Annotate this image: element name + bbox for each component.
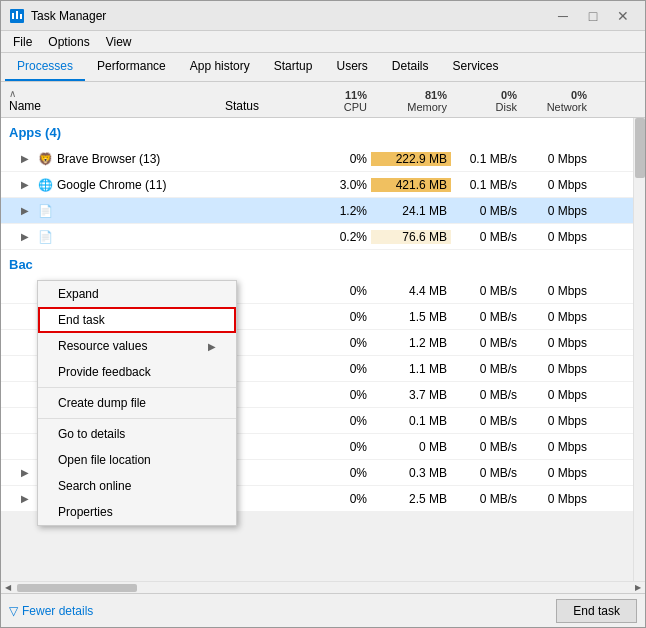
table-row[interactable]: ▶ 🌐 Google Chrome (11) 3.0% 421.6 MB 0.1… xyxy=(1,172,645,198)
col-cpu-header[interactable]: 11% CPU xyxy=(301,82,371,117)
row-disk: 0.1 MB/s xyxy=(451,152,521,166)
ctx-resource-values[interactable]: Resource values ▶ xyxy=(38,333,236,359)
scrollbar-thumb[interactable] xyxy=(635,118,645,178)
table-row[interactable]: ▶ 🦁 Brave Browser (13) 0% 222.9 MB 0.1 M… xyxy=(1,146,645,172)
expand-icon[interactable]: ▶ xyxy=(21,205,33,216)
horizontal-scrollbar[interactable]: ◀ ▶ xyxy=(1,581,645,593)
row-memory: 0.3 MB xyxy=(371,466,451,480)
row-disk: 0 MB/s xyxy=(451,492,521,506)
row-memory: 3.7 MB xyxy=(371,388,451,402)
ctx-properties[interactable]: Properties xyxy=(38,499,236,525)
row-disk: 0 MB/s xyxy=(451,310,521,324)
tab-users[interactable]: Users xyxy=(324,53,379,81)
row-network: 0 Mbps xyxy=(521,492,591,506)
row-cpu: 0% xyxy=(301,284,371,298)
tab-processes[interactable]: Processes xyxy=(5,53,85,81)
ctx-go-to-details[interactable]: Go to details xyxy=(38,421,236,447)
scroll-thumb[interactable] xyxy=(17,584,137,592)
row-network: 0 Mbps xyxy=(521,284,591,298)
scroll-left-button[interactable]: ◀ xyxy=(1,583,15,592)
tab-performance[interactable]: Performance xyxy=(85,53,178,81)
row-disk: 0 MB/s xyxy=(451,466,521,480)
fewer-details-button[interactable]: ▽ Fewer details xyxy=(9,604,93,618)
menu-options[interactable]: Options xyxy=(40,33,97,51)
row-disk: 0 MB/s xyxy=(451,204,521,218)
expand-icon[interactable]: ▶ xyxy=(21,467,33,478)
expand-icon[interactable]: ▶ xyxy=(21,231,33,242)
row-disk: 0.1 MB/s xyxy=(451,178,521,192)
col-memory-header[interactable]: 81% Memory xyxy=(371,82,451,117)
col-network-header[interactable]: 0% Network xyxy=(521,82,591,117)
expand-icon[interactable]: ▶ xyxy=(21,493,33,504)
scroll-track[interactable] xyxy=(15,583,631,593)
row-network: 0 Mbps xyxy=(521,414,591,428)
row-memory: 421.6 MB xyxy=(371,178,451,192)
close-button[interactable]: ✕ xyxy=(609,4,637,28)
ctx-divider xyxy=(38,387,236,388)
row-memory: 0 MB xyxy=(371,440,451,454)
status-bar: ▽ Fewer details End task xyxy=(1,593,645,627)
menu-file[interactable]: File xyxy=(5,33,40,51)
section-background-title: Bac xyxy=(1,257,33,272)
row-disk: 0 MB/s xyxy=(451,336,521,350)
row-cpu: 0% xyxy=(301,336,371,350)
tab-bar: Processes Performance App history Startu… xyxy=(1,53,645,82)
row-disk: 0 MB/s xyxy=(451,388,521,402)
svg-rect-2 xyxy=(16,11,18,19)
ctx-open-file-location[interactable]: Open file location xyxy=(38,447,236,473)
window-title: Task Manager xyxy=(31,9,549,23)
menu-view[interactable]: View xyxy=(98,33,140,51)
col-name-header[interactable]: ∧ Name xyxy=(1,82,221,117)
row-memory: 2.5 MB xyxy=(371,492,451,506)
row-memory: 1.1 MB xyxy=(371,362,451,376)
app-icon: 📄 xyxy=(37,229,53,245)
table-row[interactable]: ▶ 📄 0.2% 76.6 MB 0 MB/s 0 Mbps xyxy=(1,224,645,250)
ctx-provide-feedback[interactable]: Provide feedback xyxy=(38,359,236,385)
row-disk: 0 MB/s xyxy=(451,230,521,244)
tab-details[interactable]: Details xyxy=(380,53,441,81)
col-status-header[interactable]: Status xyxy=(221,82,301,117)
expand-icon[interactable]: ▶ xyxy=(21,179,33,190)
scroll-right-button[interactable]: ▶ xyxy=(631,583,645,592)
maximize-button[interactable]: □ xyxy=(579,4,607,28)
ctx-create-dump[interactable]: Create dump file xyxy=(38,390,236,416)
window-controls: ─ □ ✕ xyxy=(549,4,637,28)
sort-arrow-icon: ∧ xyxy=(9,88,213,99)
row-cpu: 3.0% xyxy=(301,178,371,192)
tab-startup[interactable]: Startup xyxy=(262,53,325,81)
ctx-end-task[interactable]: End task xyxy=(38,307,236,333)
row-memory: 0.1 MB xyxy=(371,414,451,428)
row-name-brave: ▶ 🦁 Brave Browser (13) xyxy=(1,151,221,167)
row-disk: 0 MB/s xyxy=(451,284,521,298)
tab-app-history[interactable]: App history xyxy=(178,53,262,81)
row-cpu: 1.2% xyxy=(301,204,371,218)
end-task-button[interactable]: End task xyxy=(556,599,637,623)
vertical-scrollbar[interactable] xyxy=(633,118,645,581)
ctx-search-online[interactable]: Search online xyxy=(38,473,236,499)
row-memory: 4.4 MB xyxy=(371,284,451,298)
title-bar: Task Manager ─ □ ✕ xyxy=(1,1,645,31)
ctx-expand[interactable]: Expand xyxy=(38,281,236,307)
row-cpu: 0% xyxy=(301,362,371,376)
tab-services[interactable]: Services xyxy=(441,53,511,81)
section-apps-title: Apps (4) xyxy=(1,125,61,140)
svg-rect-3 xyxy=(20,14,22,19)
row-memory: 24.1 MB xyxy=(371,204,451,218)
row-network: 0 Mbps xyxy=(521,388,591,402)
row-disk: 0 MB/s xyxy=(451,414,521,428)
table-header: ∧ Name Status 11% CPU 81% Memory 0% Disk… xyxy=(1,82,645,118)
row-disk: 0 MB/s xyxy=(451,362,521,376)
row-name-chrome: ▶ 🌐 Google Chrome (11) xyxy=(1,177,221,193)
svg-rect-1 xyxy=(12,13,14,19)
brave-icon: 🦁 xyxy=(37,151,53,167)
row-cpu: 0% xyxy=(301,388,371,402)
row-label: Brave Browser (13) xyxy=(57,152,160,166)
content-area: ∧ Name Status 11% CPU 81% Memory 0% Disk… xyxy=(1,82,645,593)
table-row[interactable]: ▶ 📄 1.2% 24.1 MB 0 MB/s 0 Mbps xyxy=(1,198,645,224)
expand-icon[interactable]: ▶ xyxy=(21,153,33,164)
col-disk-header[interactable]: 0% Disk xyxy=(451,82,521,117)
row-cpu: 0% xyxy=(301,466,371,480)
minimize-button[interactable]: ─ xyxy=(549,4,577,28)
row-memory: 76.6 MB xyxy=(371,230,451,244)
row-network: 0 Mbps xyxy=(521,336,591,350)
